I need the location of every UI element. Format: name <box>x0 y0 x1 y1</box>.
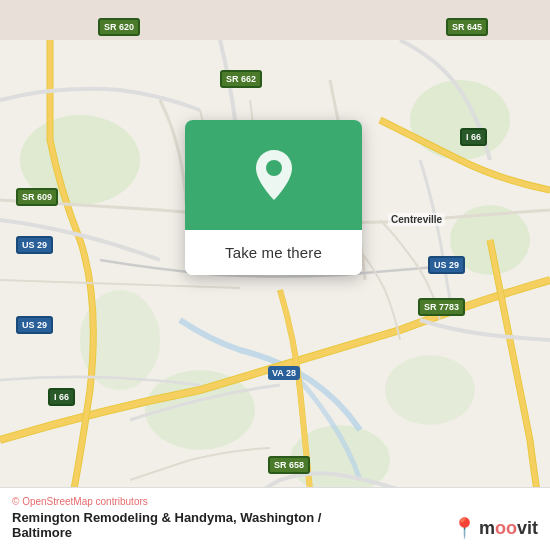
popup-card: Take me there <box>185 120 362 275</box>
highway-label-us29-left: US 29 <box>16 236 53 254</box>
highway-label-va28: VA 28 <box>268 366 300 380</box>
highway-label-sr645: SR 645 <box>446 18 488 36</box>
highway-label-sr662: SR 662 <box>220 70 262 88</box>
attribution-icon: © <box>12 496 19 507</box>
svg-point-8 <box>266 160 282 176</box>
moovit-text: moovit <box>479 518 538 539</box>
highway-label-us29-right: US 29 <box>428 256 465 274</box>
highway-label-sr658: SR 658 <box>268 456 310 474</box>
location-pin-icon <box>250 146 298 204</box>
moovit-logo: 📍 moovit <box>452 516 538 540</box>
highway-label-i66-top: I 66 <box>460 128 487 146</box>
highway-label-sr7783: SR 7783 <box>418 298 465 316</box>
highway-label-sr609: SR 609 <box>16 188 58 206</box>
highway-label-i66-bot: I 66 <box>48 388 75 406</box>
map-container: SR 620 SR 645 SR 662 SR 609 SR 7783 SR 6… <box>0 0 550 550</box>
attribution-text: OpenStreetMap contributors <box>22 496 148 507</box>
svg-point-7 <box>385 355 475 425</box>
highway-label-sr620: SR 620 <box>98 18 140 36</box>
moovit-pin-icon: 📍 <box>452 516 477 540</box>
attribution: © OpenStreetMap contributors <box>12 496 538 507</box>
highway-label-us29-left2: US 29 <box>16 316 53 334</box>
popup-green-area <box>185 120 362 230</box>
place-label-centreville: Centreville <box>388 213 445 226</box>
take-me-there-button[interactable]: Take me there <box>185 230 362 275</box>
bottom-bar: © OpenStreetMap contributors Remington R… <box>0 487 550 550</box>
